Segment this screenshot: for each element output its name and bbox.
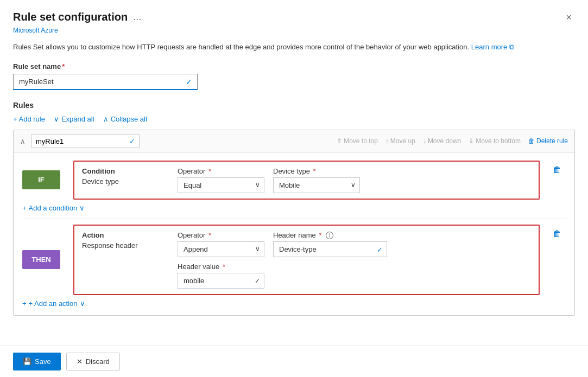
description-text: Rules Set allows you to customize how HT… bbox=[13, 42, 575, 53]
if-badge: IF bbox=[22, 170, 60, 189]
save-button[interactable]: 💾 Save bbox=[13, 353, 61, 370]
header-value-label-wrap: Header value * bbox=[178, 263, 264, 271]
section-divider bbox=[22, 219, 566, 219]
rule-name-checkmark: ✓ bbox=[129, 137, 135, 145]
move-down-button[interactable]: ↓ Move down bbox=[423, 137, 461, 145]
then-badge: THEN bbox=[22, 250, 60, 269]
required-marker: * bbox=[62, 62, 65, 71]
action-delete-button[interactable]: 🗑 bbox=[548, 225, 566, 243]
add-rule-button[interactable]: + Add rule bbox=[13, 115, 45, 123]
panel-more-options[interactable]: ... bbox=[133, 11, 141, 23]
header-value-field-group: Header value * mobile desktop bbox=[178, 263, 264, 289]
action-operator-required: * bbox=[208, 231, 211, 239]
condition-row: IF Condition Device type bbox=[22, 161, 566, 200]
then-section: THEN Action Response header bbox=[22, 225, 566, 308]
header-name-label: Header name bbox=[273, 231, 316, 239]
rule-name-wrap: ✓ bbox=[31, 135, 140, 148]
discard-icon: ✕ bbox=[77, 357, 83, 366]
action-row1: Action Response header Operator * bbox=[82, 231, 531, 258]
add-condition-label: Add a condition bbox=[29, 204, 78, 212]
rule-set-name-field: Rule set name* ✓ bbox=[13, 62, 575, 101]
device-type-label: Device type bbox=[273, 167, 310, 175]
condition-label: Condition bbox=[82, 167, 169, 175]
device-type-select-wrap: Mobile Desktop Tablet ∨ bbox=[273, 177, 360, 193]
action-fields-rows: Action Response header Operator * bbox=[82, 231, 531, 289]
rule-set-config-panel: Rule set configuration ... × Microsoft A… bbox=[0, 0, 588, 377]
condition-fields: Condition Device type Operator * bbox=[73, 161, 540, 200]
operator-select-wrap: Equal Not Equal Contains ∨ bbox=[178, 177, 264, 193]
operator-required: * bbox=[208, 167, 211, 175]
header-value-label: Header value bbox=[178, 263, 219, 271]
save-label: Save bbox=[35, 357, 51, 366]
action-operator-field-group: Operator * Append Overwrite Delete bbox=[178, 231, 264, 257]
header-name-info-icon: i bbox=[326, 232, 333, 239]
add-condition-button[interactable]: + Add a condition ∨ bbox=[22, 204, 85, 212]
move-up-icon: ↑ bbox=[385, 137, 389, 145]
learn-more-link[interactable]: Learn more ⧉ bbox=[471, 43, 514, 51]
panel-subtitle: Microsoft Azure bbox=[13, 27, 575, 34]
external-link-icon: ⧉ bbox=[509, 43, 514, 51]
action-operator-label: Operator bbox=[178, 231, 205, 239]
device-type-select[interactable]: Mobile Desktop Tablet bbox=[273, 177, 360, 193]
move-to-bottom-icon: ⇓ bbox=[469, 137, 474, 145]
expand-all-button[interactable]: ∨ Expand all bbox=[54, 115, 94, 123]
operator-label-wrap: Operator * bbox=[178, 167, 264, 175]
header-name-label-wrap: Header name * i bbox=[273, 231, 387, 240]
discard-label: Discard bbox=[86, 357, 110, 366]
if-section: IF Condition Device type bbox=[22, 161, 566, 212]
action-operator-label-wrap: Operator * bbox=[178, 231, 264, 239]
rule-name-input[interactable] bbox=[31, 135, 140, 148]
header-name-input-wrap: ✓ bbox=[273, 241, 387, 257]
header-value-required: * bbox=[223, 263, 225, 271]
action-delete-icon: 🗑 bbox=[553, 229, 561, 238]
operator-select[interactable]: Equal Not Equal Contains bbox=[178, 177, 264, 193]
chevron-down-icon: ∨ bbox=[54, 115, 59, 123]
action-row: THEN Action Response header bbox=[22, 225, 566, 296]
header-name-input[interactable] bbox=[273, 241, 387, 257]
panel-header: Rule set configuration ... × bbox=[13, 11, 575, 24]
action-field-group: Action Response header bbox=[82, 231, 169, 250]
delete-rule-button[interactable]: 🗑 Delete rule bbox=[528, 137, 568, 145]
condition-delete-icon: 🗑 bbox=[553, 165, 561, 174]
rule-set-name-label: Rule set name* bbox=[13, 62, 575, 71]
condition-fields-row: Condition Device type Operator * bbox=[82, 167, 531, 193]
condition-value: Device type bbox=[82, 177, 169, 186]
move-to-top-icon: ⇑ bbox=[337, 137, 342, 145]
add-action-plus-icon: + bbox=[22, 299, 27, 308]
rule-box: ∧ ✓ ⇑ Move to top ↑ Move up bbox=[13, 130, 575, 316]
move-up-button[interactable]: ↑ Move up bbox=[385, 137, 415, 145]
move-to-bottom-button[interactable]: ⇓ Move to bottom bbox=[469, 137, 521, 145]
action-row2: Header value * mobile desktop bbox=[82, 263, 531, 289]
rule-set-name-input-wrap: ✓ bbox=[13, 74, 198, 90]
discard-button[interactable]: ✕ Discard bbox=[66, 353, 120, 370]
rules-section: Rules + Add rule ∨ Expand all ∧ Collapse… bbox=[13, 101, 575, 322]
close-button[interactable]: × bbox=[562, 11, 575, 24]
action-label: Action bbox=[82, 231, 169, 239]
rule-actions: ⇑ Move to top ↑ Move up ↓ Move down ⇓ Mo… bbox=[337, 137, 568, 145]
rule-set-name-input[interactable] bbox=[13, 74, 198, 90]
action-value: Response header bbox=[82, 241, 169, 250]
add-action-chevron: ∨ bbox=[80, 299, 85, 308]
device-type-label-wrap: Device type * bbox=[273, 167, 360, 175]
add-action-button[interactable]: + + Add an action ∨ bbox=[22, 299, 85, 308]
move-to-top-button[interactable]: ⇑ Move to top bbox=[337, 137, 378, 145]
action-operator-select[interactable]: Append Overwrite Delete bbox=[178, 241, 264, 257]
condition-delete-button[interactable]: 🗑 bbox=[548, 161, 566, 179]
rule-toggle-button[interactable]: ∧ bbox=[20, 137, 26, 145]
chevron-up-icon: ∧ bbox=[103, 115, 109, 123]
header-name-required: * bbox=[319, 231, 321, 239]
action-fields: Action Response header Operator * bbox=[73, 225, 540, 296]
rules-toolbar: + Add rule ∨ Expand all ∧ Collapse all bbox=[13, 115, 575, 123]
bottom-bar: 💾 Save ✕ Discard bbox=[0, 346, 588, 377]
add-condition-plus-icon: + bbox=[22, 204, 27, 212]
operator-field-group: Operator * Equal Not Equal Contains bbox=[178, 167, 264, 193]
panel-title: Rule set configuration bbox=[13, 11, 128, 23]
panel-title-area: Rule set configuration ... bbox=[13, 11, 141, 23]
header-value-select[interactable]: mobile desktop bbox=[178, 273, 264, 289]
collapse-all-button[interactable]: ∧ Collapse all bbox=[103, 115, 147, 123]
condition-field-group: Condition Device type bbox=[82, 167, 169, 186]
device-type-field-group: Device type * Mobile Desktop Tablet bbox=[273, 167, 360, 193]
description-content: Rules Set allows you to customize how HT… bbox=[13, 43, 469, 51]
save-icon: 💾 bbox=[23, 357, 31, 366]
action-operator-select-wrap: Append Overwrite Delete ∨ bbox=[178, 241, 264, 257]
